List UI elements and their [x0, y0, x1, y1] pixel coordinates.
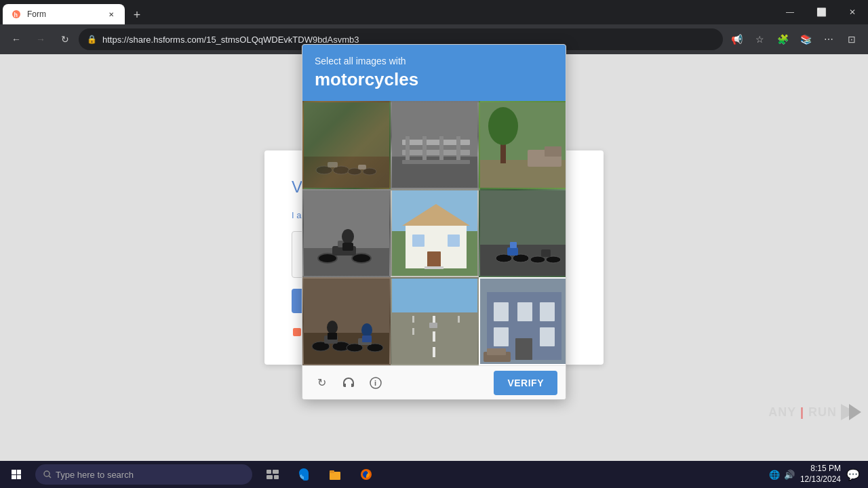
with-text: with — [389, 56, 406, 66]
anyrun-play-icon — [841, 404, 861, 420]
tab-bar: h Form ✕ + — [0, 0, 149, 24]
edge-browser-icon[interactable] — [289, 461, 319, 488]
tab-close-button[interactable]: ✕ — [106, 9, 117, 20]
file-explorer-icon — [328, 468, 342, 481]
svg-rect-72 — [429, 323, 437, 328]
file-explorer-button[interactable] — [320, 461, 350, 488]
captcha-cell-4[interactable] — [391, 189, 479, 277]
captcha-refresh-button[interactable]: ↻ — [311, 372, 332, 394]
captcha-overlay: Select all images with motorcycles — [302, 44, 566, 400]
captcha-cell-7[interactable] — [391, 277, 479, 365]
refresh-button[interactable]: ↻ — [54, 28, 76, 50]
svg-rect-58 — [328, 333, 337, 340]
svg-rect-20 — [402, 160, 470, 164]
sidebar-button[interactable]: ⊡ — [841, 28, 863, 50]
captcha-cell-3[interactable] — [302, 189, 391, 277]
svg-rect-81 — [515, 338, 532, 360]
search-placeholder: Type here to search — [56, 470, 134, 480]
nav-actions: 📢 ☆ 🧩 📚 ⋯ ⊡ — [726, 28, 863, 50]
svg-text:i: i — [374, 379, 376, 387]
captcha-cell-5[interactable] — [479, 189, 566, 277]
svg-rect-63 — [362, 336, 372, 342]
captcha-cell-6[interactable] — [302, 277, 391, 365]
svg-rect-42 — [425, 266, 443, 269]
captcha-cell-8[interactable] — [479, 277, 566, 365]
svg-text:h: h — [14, 12, 18, 18]
volume-icon[interactable]: 🔊 — [784, 470, 795, 480]
captcha-image-grid — [302, 101, 566, 365]
minimize-button[interactable]: — — [774, 0, 806, 24]
svg-rect-95 — [330, 470, 334, 473]
tab-favicon: h — [11, 9, 22, 20]
all-images-text: all images — [344, 56, 387, 66]
extensions-button[interactable]: 🧩 — [772, 28, 793, 50]
svg-rect-3 — [293, 328, 301, 336]
svg-rect-19 — [456, 136, 460, 160]
select-text: Select — [315, 56, 341, 66]
svg-rect-26 — [545, 146, 561, 157]
svg-rect-78 — [540, 302, 555, 321]
svg-rect-67 — [433, 331, 435, 342]
svg-rect-91 — [273, 470, 279, 474]
close-button[interactable]: ✕ — [837, 0, 868, 24]
svg-rect-80 — [540, 327, 555, 346]
svg-rect-16 — [406, 136, 410, 160]
svg-rect-51 — [541, 249, 551, 257]
firefox-button[interactable] — [351, 461, 381, 488]
forward-button[interactable]: → — [30, 28, 52, 50]
browser-extras-button[interactable]: ⋯ — [818, 28, 840, 50]
svg-rect-69 — [412, 316, 414, 323]
taskbar-search[interactable]: Type here to search — [35, 464, 252, 485]
browser-window: h Form ✕ + — ⬜ ✕ ← → ↻ 🔒 https://share.h… — [0, 0, 868, 461]
captcha-subject: motorcycles — [315, 69, 553, 90]
captcha-help-button[interactable]: i — [365, 372, 387, 394]
captcha-header-top: Select all images with — [315, 56, 553, 66]
active-tab[interactable]: h Form ✕ — [3, 4, 125, 24]
new-tab-button[interactable]: + — [127, 5, 146, 24]
notifications-button[interactable]: 💬 — [846, 468, 860, 481]
svg-rect-48 — [510, 242, 517, 248]
captcha-cell-2[interactable] — [479, 101, 566, 189]
favorites-button[interactable]: ☆ — [749, 28, 770, 50]
window-controls: — ⬜ ✕ — [774, 0, 868, 24]
taskbar: Type here to search — [0, 461, 868, 488]
search-icon — [43, 470, 52, 479]
lock-icon: 🔒 — [87, 35, 97, 44]
svg-rect-92 — [267, 475, 273, 479]
svg-rect-8 — [328, 162, 338, 167]
svg-rect-47 — [507, 247, 518, 256]
svg-rect-71 — [458, 316, 460, 323]
captcha-verify-button[interactable]: VERIFY — [494, 371, 557, 395]
title-bar: h Form ✕ + — ⬜ ✕ — [0, 0, 868, 24]
tab-title: Form — [27, 9, 100, 19]
captcha-cell-0[interactable] — [302, 101, 391, 189]
captcha-footer: ↻ i VERIFY — [302, 365, 566, 399]
svg-rect-40 — [448, 235, 460, 247]
svg-marker-87 — [849, 404, 861, 420]
start-button[interactable] — [0, 461, 33, 488]
svg-rect-77 — [517, 302, 532, 321]
tray-icons: 🌐 🔊 — [769, 470, 795, 480]
svg-rect-70 — [412, 328, 414, 335]
svg-rect-68 — [433, 347, 435, 357]
captcha-audio-button[interactable] — [338, 372, 359, 394]
clock[interactable]: 8:15 PM 12/13/2024 — [800, 464, 841, 485]
svg-rect-93 — [274, 475, 279, 479]
time-display: 8:15 PM — [800, 464, 841, 474]
firefox-icon — [359, 468, 373, 481]
network-icon[interactable]: 🌐 — [769, 470, 780, 480]
svg-rect-11 — [358, 165, 366, 169]
headphones-icon — [342, 376, 355, 390]
collections-button[interactable]: 📚 — [795, 28, 816, 50]
maximize-button[interactable]: ⬜ — [806, 0, 837, 24]
svg-rect-41 — [427, 251, 441, 268]
captcha-cell-1[interactable] — [391, 101, 479, 189]
windows-logo-icon — [12, 470, 21, 479]
date-display: 12/13/2024 — [800, 474, 841, 485]
svg-rect-76 — [494, 302, 509, 321]
back-button[interactable]: ← — [5, 28, 27, 50]
read-aloud-button[interactable]: 📢 — [726, 28, 747, 50]
page-background: Verify you a... I am not a Robot! protec… — [0, 54, 868, 461]
info-icon: i — [369, 376, 382, 390]
task-view-button[interactable] — [258, 461, 288, 488]
